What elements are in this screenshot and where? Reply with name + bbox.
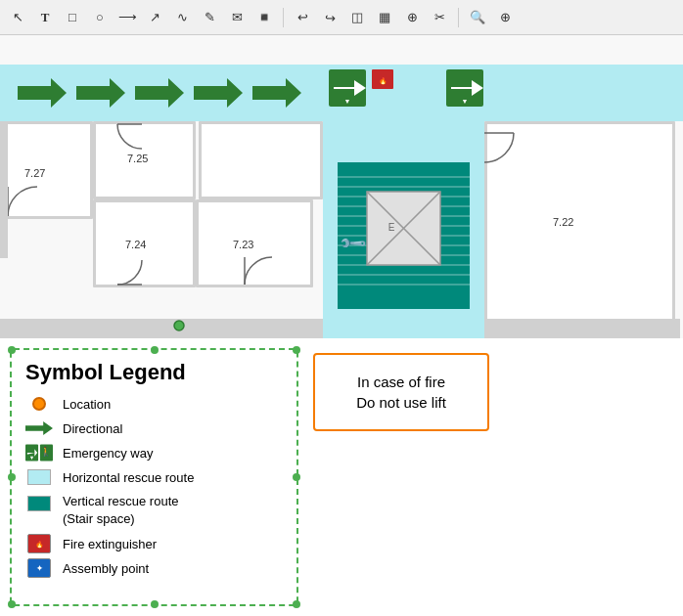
line-tool[interactable]: ⟶ bbox=[115, 6, 139, 29]
svg-text:✦: ✦ bbox=[36, 564, 43, 573]
pen-tool[interactable]: ✎ bbox=[198, 6, 221, 29]
assembly-point-symbol: ✦ bbox=[25, 559, 53, 577]
legend-box: Symbol Legend Location Directional ▼ bbox=[10, 348, 298, 606]
ellipse-tool[interactable]: ○ bbox=[88, 6, 112, 29]
text-tool[interactable]: T bbox=[33, 6, 57, 29]
svg-text:▼: ▼ bbox=[344, 98, 351, 105]
svg-text:🔥: 🔥 bbox=[35, 540, 44, 549]
horizontal-rescue-label: Horizontal rescue route bbox=[63, 470, 194, 485]
svg-rect-59 bbox=[202, 124, 320, 197]
select-tool[interactable]: ↖ bbox=[6, 6, 29, 29]
svg-text:E: E bbox=[388, 222, 395, 233]
corner-handle-mt[interactable] bbox=[151, 346, 159, 354]
svg-text:7.22: 7.22 bbox=[553, 216, 573, 228]
svg-rect-20 bbox=[199, 202, 310, 285]
svg-rect-50 bbox=[487, 124, 672, 319]
svg-rect-56 bbox=[323, 319, 484, 338]
emergency-way-icon: ▼ 🚶 bbox=[25, 443, 53, 462]
zoom-tool[interactable]: ⊕ bbox=[493, 6, 517, 29]
legend-title: Symbol Legend bbox=[25, 360, 283, 385]
light-cyan-swatch-icon bbox=[27, 469, 51, 485]
table-tool[interactable]: ▦ bbox=[373, 6, 396, 29]
horizontal-rescue-symbol bbox=[25, 468, 53, 486]
search-tool[interactable]: 🔍 bbox=[466, 6, 489, 29]
emergency-symbol: ▼ 🚶 bbox=[25, 444, 53, 462]
corner-handle-br[interactable] bbox=[293, 600, 300, 608]
svg-text:7.23: 7.23 bbox=[233, 239, 253, 250]
corner-handle-mb[interactable] bbox=[151, 600, 159, 608]
svg-text:7.25: 7.25 bbox=[127, 153, 148, 164]
floor-plan-svg: 7.27 7.25 7.24 7.23 bbox=[0, 35, 683, 338]
svg-text:7.24: 7.24 bbox=[125, 239, 146, 250]
legend-item-location: Location bbox=[25, 395, 283, 413]
canvas-area[interactable]: 7.27 7.25 7.24 7.23 bbox=[0, 35, 683, 338]
cut-tool[interactable]: ✂ bbox=[428, 6, 451, 29]
svg-rect-8 bbox=[8, 124, 90, 216]
orange-dot-icon bbox=[32, 397, 46, 411]
emergency-way-label: Emergency way bbox=[63, 446, 153, 461]
bottom-area: Symbol Legend Location Directional ▼ bbox=[0, 338, 683, 616]
callout-box: In case of fireDo not use lift bbox=[313, 353, 489, 431]
svg-text:🔥: 🔥 bbox=[379, 76, 387, 85]
legend-item-horizontal-rescue: Horizontal rescue route bbox=[25, 468, 283, 486]
legend-item-directional: Directional bbox=[25, 419, 283, 437]
redo-tool[interactable]: ↩ bbox=[318, 6, 342, 29]
svg-point-60 bbox=[174, 321, 184, 330]
svg-text:🚶: 🚶 bbox=[40, 446, 52, 458]
corner-handle-bl[interactable] bbox=[8, 600, 16, 608]
svg-text:7.27: 7.27 bbox=[24, 167, 45, 179]
separator-2 bbox=[458, 8, 459, 27]
vertical-rescue-symbol bbox=[25, 495, 53, 512]
hand-tool[interactable]: ✉ bbox=[225, 6, 249, 29]
teal-swatch-icon bbox=[27, 496, 51, 511]
separator-1 bbox=[283, 8, 284, 27]
rectangle-tool[interactable]: □ bbox=[61, 6, 84, 29]
assembly-point-label: Assembly point bbox=[63, 561, 149, 576]
location-label: Location bbox=[63, 397, 111, 412]
svg-rect-53 bbox=[0, 121, 8, 258]
legend-item-vertical-rescue: Vertical rescue route(Stair space) bbox=[25, 493, 283, 528]
fire-extinguisher-label: Fire extinguisher bbox=[63, 537, 157, 551]
legend-item-fire-extinguisher: 🔥 Fire extinguisher bbox=[25, 535, 283, 552]
assembly-icon-symbol: ✦ bbox=[27, 558, 51, 578]
corner-handle-mr[interactable] bbox=[293, 473, 300, 481]
ungroup-tool[interactable]: ⊕ bbox=[400, 6, 424, 29]
arrow-tool[interactable]: ↗ bbox=[143, 6, 166, 29]
legend-item-emergency-way: ▼ 🚶 Emergency way bbox=[25, 444, 283, 462]
corner-handle-tr[interactable] bbox=[293, 346, 300, 354]
directional-symbol bbox=[25, 419, 53, 437]
location-symbol bbox=[25, 395, 53, 413]
corner-handle-ml[interactable] bbox=[8, 473, 16, 481]
directional-label: Directional bbox=[63, 421, 122, 436]
callout-text: In case of fireDo not use lift bbox=[356, 372, 446, 413]
legend-item-assembly-point: ✦ Assembly point bbox=[25, 559, 283, 577]
svg-rect-54 bbox=[0, 319, 323, 338]
svg-text:▼: ▼ bbox=[29, 455, 35, 461]
image-tool[interactable]: ◾ bbox=[252, 6, 276, 29]
fire-extinguisher-symbol: 🔥 bbox=[25, 535, 53, 552]
green-arrow-icon bbox=[25, 421, 53, 435]
corner-handle-tl[interactable] bbox=[8, 346, 16, 354]
toolbar: ↖ T □ ○ ⟶ ↗ ∿ ✎ ✉ ◾ ↩ ↩ ◫ ▦ ⊕ ✂ 🔍 ⊕ bbox=[0, 0, 683, 35]
group-tool[interactable]: ◫ bbox=[345, 6, 369, 29]
svg-rect-55 bbox=[484, 319, 680, 338]
vertical-rescue-label: Vertical rescue route(Stair space) bbox=[63, 493, 179, 528]
curve-tool[interactable]: ∿ bbox=[170, 6, 194, 29]
svg-text:▼: ▼ bbox=[462, 98, 469, 105]
fire-ext-icon-symbol: 🔥 bbox=[27, 534, 51, 553]
undo-tool[interactable]: ↩ bbox=[291, 6, 314, 29]
